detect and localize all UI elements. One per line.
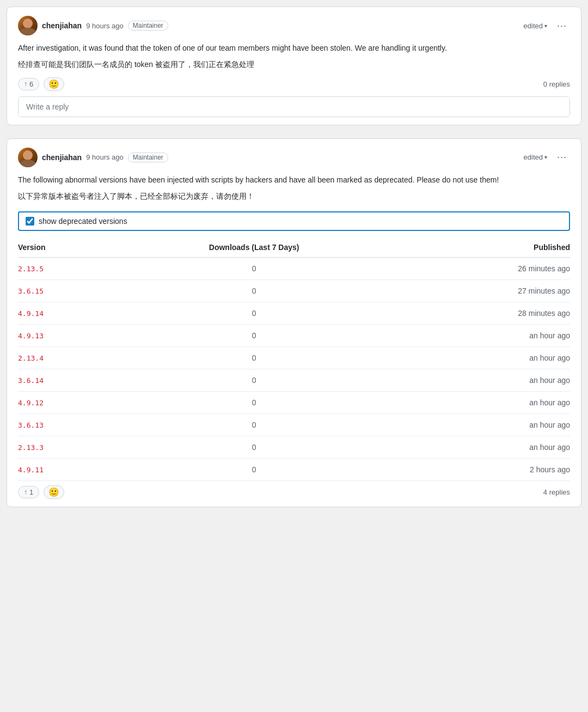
version-link[interactable]: 2.13.5 xyxy=(18,265,44,273)
upvote-button-1[interactable]: ↑ 6 xyxy=(18,78,39,90)
table-row: 2.13.3 0 an hour ago xyxy=(18,436,570,458)
version-link[interactable]: 2.13.4 xyxy=(18,354,44,362)
upvote-arrow-icon-1: ↑ xyxy=(24,80,27,88)
table-header-row: Version Downloads (Last 7 Days) Publishe… xyxy=(18,238,570,258)
emoji-icon-1: 🙂 xyxy=(48,80,59,89)
reply-input-container-1 xyxy=(18,96,570,117)
comment-text-zh-1: 经排查可能是我们团队一名成员的 token 被盗用了，我们正在紧急处理 xyxy=(18,58,570,70)
timestamp-2: 9 hours ago xyxy=(86,153,124,161)
table-row: 4.9.14 0 28 minutes ago xyxy=(18,302,570,324)
version-cell: 2.13.3 xyxy=(18,436,107,458)
published-cell: 26 minutes ago xyxy=(401,257,570,279)
downloads-cell: 0 xyxy=(107,369,400,391)
version-link[interactable]: 4.9.14 xyxy=(18,309,44,318)
comment-text-en-2: The following abnormal versions have bee… xyxy=(18,174,570,186)
comment-text-en-1: After investigation, it was found that t… xyxy=(18,42,570,54)
col-header-version: Version xyxy=(18,238,107,258)
comment-header-2: chenjiahan 9 hours ago Maintainer edited… xyxy=(18,148,570,167)
table-row: 4.9.11 0 2 hours ago xyxy=(18,458,570,480)
edited-label-2: edited xyxy=(524,153,543,161)
published-cell: 2 hours ago xyxy=(401,458,570,480)
version-link[interactable]: 2.13.3 xyxy=(18,443,44,452)
upvote-count-1: 6 xyxy=(29,80,33,88)
avatar-1 xyxy=(18,16,38,35)
version-link[interactable]: 4.9.13 xyxy=(18,332,44,340)
version-cell: 2.13.4 xyxy=(18,346,107,369)
version-cell: 2.13.5 xyxy=(18,257,107,279)
version-cell: 3.6.15 xyxy=(18,279,107,302)
published-cell: an hour ago xyxy=(401,436,570,458)
checkbox-label-text: show deprecated versions xyxy=(39,217,127,226)
comment-header-left-1: chenjiahan 9 hours ago Maintainer xyxy=(18,16,168,35)
downloads-cell: 0 xyxy=(107,257,400,279)
maintainer-badge-1: Maintainer xyxy=(128,21,168,31)
timestamp-1: 9 hours ago xyxy=(86,22,124,30)
footer-left-1: ↑ 6 🙂 xyxy=(18,77,64,91)
comment-body-2: The following abnormal versions have bee… xyxy=(18,174,570,203)
username-2: chenjiahan xyxy=(42,153,82,162)
emoji-icon-2: 🙂 xyxy=(48,488,59,497)
footer-left-2: ↑ 1 🙂 xyxy=(18,485,64,499)
downloads-cell: 0 xyxy=(107,413,400,436)
emoji-button-1[interactable]: 🙂 xyxy=(44,77,64,91)
comment-text-zh-2: 以下异常版本被盗号者注入了脚本，已经全部标记为废弃，请勿使用！ xyxy=(18,190,570,202)
comment-header-right-1: edited ▾ ··· xyxy=(522,19,570,33)
username-1: chenjiahan xyxy=(42,21,82,30)
col-header-downloads: Downloads (Last 7 Days) xyxy=(107,238,400,258)
edited-label-1: edited xyxy=(524,22,543,30)
version-cell: 3.6.14 xyxy=(18,369,107,391)
published-cell: an hour ago xyxy=(401,413,570,436)
published-cell: 28 minutes ago xyxy=(401,302,570,324)
reply-input-1[interactable] xyxy=(19,97,569,117)
col-header-published: Published xyxy=(401,238,570,258)
published-cell: an hour ago xyxy=(401,391,570,413)
edited-button-2[interactable]: edited ▾ xyxy=(522,152,549,162)
version-link[interactable]: 4.9.12 xyxy=(18,399,44,407)
chevron-down-icon-2: ▾ xyxy=(544,154,547,160)
version-cell: 4.9.12 xyxy=(18,391,107,413)
published-cell: 27 minutes ago xyxy=(401,279,570,302)
published-cell: an hour ago xyxy=(401,324,570,346)
version-cell: 3.6.13 xyxy=(18,413,107,436)
downloads-cell: 0 xyxy=(107,302,400,324)
version-link[interactable]: 3.6.14 xyxy=(18,376,44,385)
show-deprecated-checkbox[interactable] xyxy=(26,217,34,226)
emoji-button-2[interactable]: 🙂 xyxy=(44,485,64,499)
downloads-cell: 0 xyxy=(107,391,400,413)
comment-card-1: chenjiahan 9 hours ago Maintainer edited… xyxy=(7,7,581,125)
chevron-down-icon-1: ▾ xyxy=(544,23,547,29)
version-cell: 4.9.13 xyxy=(18,324,107,346)
replies-count-2: 4 replies xyxy=(543,488,570,496)
comment-footer-1: ↑ 6 🙂 0 replies xyxy=(18,77,570,91)
maintainer-badge-2: Maintainer xyxy=(128,153,168,162)
comment-footer-2: ↑ 1 🙂 4 replies xyxy=(18,485,570,499)
table-row: 4.9.13 0 an hour ago xyxy=(18,324,570,346)
replies-count-1: 0 replies xyxy=(543,80,570,88)
upvote-button-2[interactable]: ↑ 1 xyxy=(18,486,39,498)
table-row: 3.6.13 0 an hour ago xyxy=(18,413,570,436)
version-link[interactable]: 3.6.15 xyxy=(18,287,44,295)
downloads-cell: 0 xyxy=(107,436,400,458)
more-options-button-1[interactable]: ··· xyxy=(554,19,570,33)
edited-button-1[interactable]: edited ▾ xyxy=(522,21,549,31)
more-icon-1: ··· xyxy=(557,20,567,31)
version-cell: 4.9.14 xyxy=(18,302,107,324)
show-deprecated-label[interactable]: show deprecated versions xyxy=(18,211,570,231)
more-icon-2: ··· xyxy=(557,151,567,162)
comment-header-left-2: chenjiahan 9 hours ago Maintainer xyxy=(18,148,168,167)
upvote-count-2: 1 xyxy=(29,488,33,496)
table-row: 2.13.4 0 an hour ago xyxy=(18,346,570,369)
version-link[interactable]: 3.6.13 xyxy=(18,421,44,429)
versions-table: Version Downloads (Last 7 Days) Publishe… xyxy=(18,238,570,481)
more-options-button-2[interactable]: ··· xyxy=(554,150,570,164)
comment-header-1: chenjiahan 9 hours ago Maintainer edited… xyxy=(18,16,570,35)
table-row: 3.6.15 0 27 minutes ago xyxy=(18,279,570,302)
upvote-arrow-icon-2: ↑ xyxy=(24,488,27,496)
table-row: 3.6.14 0 an hour ago xyxy=(18,369,570,391)
downloads-cell: 0 xyxy=(107,279,400,302)
comment-body-1: After investigation, it was found that t… xyxy=(18,42,570,71)
published-cell: an hour ago xyxy=(401,346,570,369)
table-row: 2.13.5 0 26 minutes ago xyxy=(18,257,570,279)
version-cell: 4.9.11 xyxy=(18,458,107,480)
version-link[interactable]: 4.9.11 xyxy=(18,466,44,474)
